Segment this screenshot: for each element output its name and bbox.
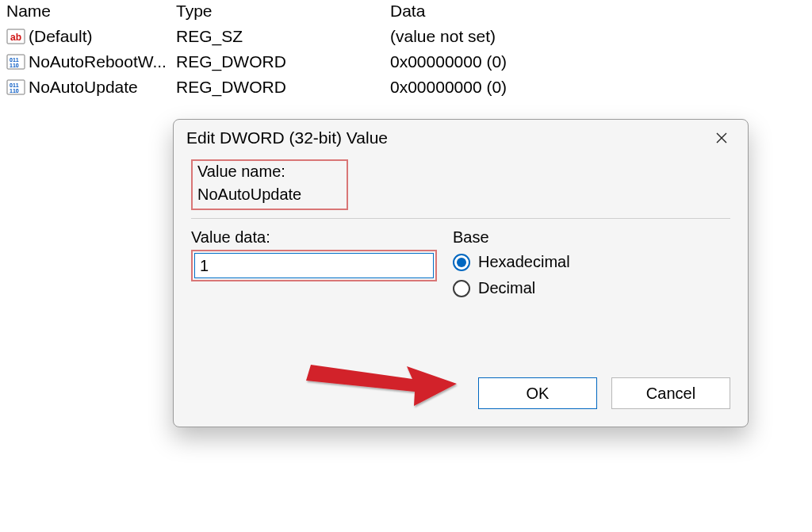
radio-unselected-icon — [453, 280, 470, 297]
row-type: REG_SZ — [176, 27, 390, 46]
row-data: 0x00000000 (0) — [390, 52, 812, 71]
base-label: Base — [453, 228, 730, 247]
svg-text:ab: ab — [10, 32, 21, 43]
row-name: (Default) — [29, 27, 93, 46]
row-name: NoAutoRebootW... — [29, 52, 167, 71]
svg-text:110: 110 — [10, 88, 19, 94]
dialog-title: Edit DWORD (32-bit) Value — [186, 128, 708, 147]
radio-selected-icon — [453, 254, 470, 271]
svg-text:011: 011 — [10, 57, 19, 63]
dialog-buttons: OK Cancel — [478, 377, 730, 409]
registry-row[interactable]: ab (Default) REG_SZ (value not set) — [0, 24, 812, 49]
registry-row[interactable]: 011110 NoAutoUpdate REG_DWORD 0x00000000… — [0, 75, 812, 100]
row-name: NoAutoUpdate — [29, 78, 138, 97]
registry-row[interactable]: 011110 NoAutoRebootW... REG_DWORD 0x0000… — [0, 49, 812, 75]
col-header-name[interactable]: Name — [0, 2, 176, 21]
svg-text:110: 110 — [10, 63, 19, 68]
radio-hexadecimal[interactable]: Hexadecimal — [453, 253, 730, 271]
value-name-label: Value name: — [197, 163, 342, 181]
dialog-titlebar: Edit DWORD (32-bit) Value — [174, 120, 748, 156]
row-data: (value not set) — [390, 27, 812, 46]
ok-button[interactable]: OK — [478, 377, 597, 409]
value-data-label: Value data: — [191, 228, 453, 247]
radio-decimal[interactable]: Decimal — [453, 279, 730, 297]
reg-dword-icon: 011110 — [6, 52, 25, 71]
value-name-text: NoAutoUpdate — [197, 186, 342, 204]
cancel-button[interactable]: Cancel — [611, 377, 730, 409]
value-name-group: Value name: NoAutoUpdate — [191, 159, 348, 210]
edit-dword-dialog: Edit DWORD (32-bit) Value Value name: No… — [173, 119, 749, 427]
registry-header-row: Name Type Data — [0, 0, 812, 24]
row-type: REG_DWORD — [176, 52, 390, 71]
col-header-data[interactable]: Data — [390, 2, 812, 21]
registry-list: Name Type Data ab (Default) REG_SZ (valu… — [0, 0, 812, 100]
radio-dec-label: Decimal — [478, 279, 535, 297]
divider — [191, 218, 730, 219]
close-icon — [716, 132, 727, 144]
value-data-input[interactable] — [194, 253, 434, 278]
close-button[interactable] — [708, 124, 735, 151]
row-type: REG_DWORD — [176, 78, 390, 97]
value-data-highlight — [191, 250, 437, 281]
reg-dword-icon: 011110 — [6, 78, 25, 97]
row-data: 0x00000000 (0) — [390, 78, 812, 97]
radio-hex-label: Hexadecimal — [478, 253, 570, 271]
reg-sz-icon: ab — [6, 27, 25, 46]
col-header-type[interactable]: Type — [176, 2, 390, 21]
svg-text:011: 011 — [10, 82, 19, 88]
